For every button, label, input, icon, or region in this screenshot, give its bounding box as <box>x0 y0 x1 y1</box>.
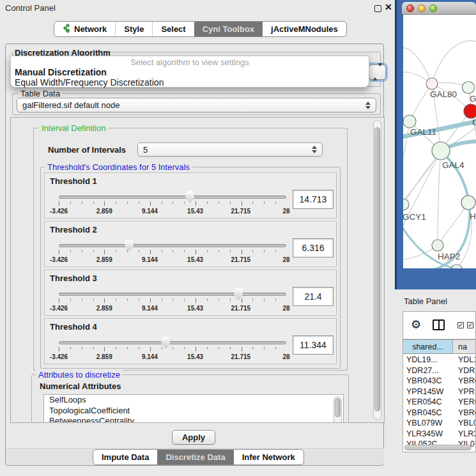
combo-arrows-icon <box>372 66 383 78</box>
dropdown-item-equal-width[interactable]: Equal Width/Frequency Discretization <box>11 77 369 88</box>
settings-scroll-area: Interval Definition Number of Intervals … <box>10 117 385 423</box>
slider-major-ticks <box>59 201 287 206</box>
minimize-traffic-light-icon[interactable] <box>418 4 426 12</box>
tab-infer-network[interactable]: Infer Network <box>234 450 303 464</box>
combo-arrows-icon <box>365 102 371 109</box>
table-row[interactable]: YDR27...YDR2 <box>403 365 476 376</box>
node-gcy1 <box>403 199 409 210</box>
node-label: HAP2 <box>438 252 460 261</box>
float-window-icon[interactable] <box>374 5 381 12</box>
table-row[interactable]: YDL19...YDL1 <box>403 355 476 365</box>
table-toolbar: ⚙ ✓ ✓ <box>403 312 475 339</box>
threshold-2-card: Threshold 2 -3.426 2.859 9.144 15.43 21.… <box>44 221 337 267</box>
table-panel-title: Table Panel <box>404 296 447 306</box>
table-row[interactable]: YPR145WYPR1 <box>403 387 476 397</box>
slider-track[interactable] <box>59 244 286 247</box>
attributes-group-title: Attributes to discretize <box>36 370 123 380</box>
threshold-1-slider[interactable]: -3.426 2.859 9.144 15.43 21.715 28 <box>59 192 286 217</box>
threshold-3-label: Threshold 3 <box>50 273 97 283</box>
slider-major-ticks <box>59 298 287 303</box>
tab-cyni-toolbox[interactable]: Cyni Toolbox <box>194 22 263 36</box>
tab-impute-data[interactable]: Impute Data <box>93 450 157 464</box>
tab-network[interactable]: Network <box>54 22 115 36</box>
dropdown-hint-item[interactable]: Select algorithm to view settings <box>11 58 369 67</box>
tab-select[interactable]: Select <box>152 22 194 36</box>
thresholds-group-title: Threshold's Coordinates for 5 Intervals <box>45 162 192 172</box>
network-graph <box>403 15 476 268</box>
table-row[interactable]: YBR045CYBR0 <box>403 408 476 418</box>
table-panel: ⚙ ✓ ✓ shared... na YDL19...YDL1 YDR27...… <box>403 311 476 452</box>
node-label: H <box>470 211 476 221</box>
close-traffic-light-icon[interactable] <box>406 4 414 12</box>
scrollbar-thumb[interactable] <box>374 127 380 411</box>
table-data-combobox[interactable]: galFiltered.sif default node <box>17 98 376 112</box>
node-label: GCY1 <box>403 212 426 222</box>
node-label: GAL4 <box>442 160 464 170</box>
table-horizontal-scrollbar[interactable] <box>404 445 472 450</box>
num-intervals-label: Number of Intervals <box>48 145 126 155</box>
attributes-group: Attributes to discretize Numerical Attri… <box>31 374 349 423</box>
num-intervals-combobox[interactable]: 5 <box>137 142 323 157</box>
tab-discretize-data[interactable]: Discretize Data <box>157 450 233 464</box>
node-gal80 <box>426 78 438 89</box>
checkbox-icon[interactable]: ✓ <box>467 322 473 328</box>
zoom-traffic-light-icon[interactable] <box>429 4 437 12</box>
slider-major-ticks <box>59 347 287 351</box>
slider-track[interactable] <box>59 293 286 296</box>
table-row[interactable]: YBL079WYBL0 <box>403 418 476 429</box>
settings-scrollbar[interactable] <box>373 120 381 420</box>
list-item[interactable]: BetweennessCentrality <box>44 416 343 423</box>
column-header-name[interactable]: na <box>453 340 476 353</box>
threshold-3-value-field[interactable]: 21.4 <box>293 287 334 306</box>
slider-track[interactable] <box>59 341 286 344</box>
threshold-2-value-field[interactable]: 6.316 <box>293 238 334 257</box>
table-data-group: Table Data galFiltered.sif default node <box>12 93 381 115</box>
tab-style[interactable]: Style <box>115 22 152 36</box>
algorithm-combobox[interactable] <box>369 65 386 80</box>
network-tab-icon <box>63 24 71 35</box>
threshold-3-slider[interactable]: -3.426 2.859 9.144 15.43 21.715 28 <box>59 289 286 314</box>
slider-major-ticks <box>59 250 287 254</box>
node-gal11 <box>403 115 416 128</box>
threshold-4-card: Threshold 4 -3.426 2.859 9.144 15.43 21.… <box>44 318 337 364</box>
checkbox-icon[interactable]: ✓ <box>457 322 464 328</box>
network-view-canvas[interactable]: GAL80 GA C GAL11 GAL4 GCY1 H HAP2 <box>403 15 476 268</box>
table-row[interactable]: YLR345WYLR3 <box>403 429 476 440</box>
combo-arrows-icon <box>312 146 317 153</box>
dropdown-item-manual-discretization[interactable]: Manual Discretization <box>11 67 369 77</box>
column-split-icon[interactable] <box>433 319 445 330</box>
node-label: GAL11 <box>410 127 436 137</box>
attributes-scrollbar[interactable] <box>334 396 342 423</box>
threshold-4-slider[interactable]: -3.426 2.859 9.144 15.43 21.715 28 <box>59 338 286 362</box>
interval-definition-group: Interval Definition Number of Intervals … <box>33 128 348 371</box>
list-item[interactable]: SelfLoops <box>44 395 343 406</box>
gear-icon[interactable]: ⚙ <box>411 318 421 332</box>
table-row[interactable]: YER054CYER0 <box>403 397 476 408</box>
column-header-shared-name[interactable]: shared... <box>403 340 453 353</box>
table-row[interactable]: YBR043CYBR0 <box>403 376 476 387</box>
node-label: GAL80 <box>430 89 457 99</box>
scrollbar-thumb[interactable] <box>335 398 341 417</box>
threshold-2-slider[interactable]: -3.426 2.859 9.144 15.43 21.715 28 <box>59 241 286 265</box>
algorithm-dropdown-popup: Select algorithm to view settings Manual… <box>10 56 369 88</box>
apply-button[interactable]: Apply <box>172 430 215 445</box>
threshold-4-label: Threshold 4 <box>50 322 97 332</box>
close-icon[interactable]: ✕ <box>385 2 392 12</box>
threshold-4-value-field[interactable]: 11.344 <box>293 335 334 355</box>
tab-jactivemnodules[interactable]: jActiveMNodules <box>263 22 346 36</box>
numerical-attributes-label: Numerical Attributes <box>40 381 121 391</box>
network-window-titlebar[interactable] <box>402 2 476 15</box>
threshold-1-card: Threshold 1 -3.426 2.859 9.144 15.43 21.… <box>44 173 337 219</box>
node-label: GA <box>470 94 476 104</box>
list-item[interactable]: TopologicalCoefficient <box>44 406 343 417</box>
table-data-group-title: Table Data <box>18 89 63 98</box>
node-gal4 <box>432 142 450 160</box>
node-right-mid <box>461 196 475 210</box>
node-hap2 <box>432 240 443 251</box>
cyni-mode-tabs: Impute Data Discretize Data Infer Networ… <box>93 449 304 465</box>
threshold-3-card: Threshold 3 -3.426 2.859 9.144 15.43 21.… <box>44 270 337 316</box>
slider-track[interactable] <box>59 196 286 199</box>
control-panel-title: Control Panel <box>5 3 56 13</box>
threshold-1-value-field[interactable]: 14.713 <box>293 190 334 209</box>
cyni-toolbox-panel: Discretization Algorithm Select algorith… <box>5 43 384 466</box>
